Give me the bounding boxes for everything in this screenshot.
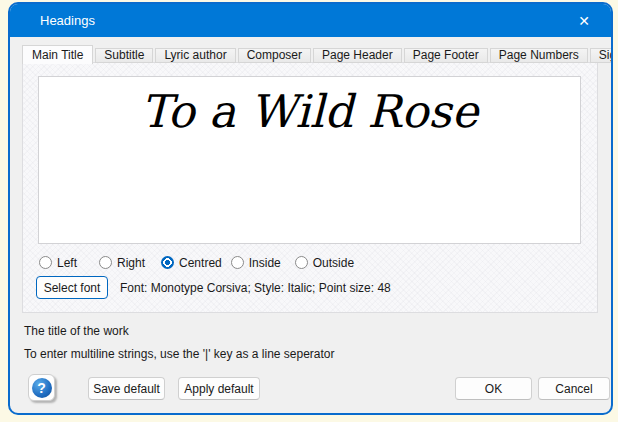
help-icon: ? xyxy=(32,378,52,398)
tab-page-footer[interactable]: Page Footer xyxy=(404,48,488,63)
radio-right[interactable]: Right xyxy=(99,256,145,270)
radio-outside-label: Outside xyxy=(313,256,354,270)
radio-inside-label: Inside xyxy=(249,256,281,270)
radio-right-label: Right xyxy=(117,256,145,270)
tab-signature[interactable]: Signature xyxy=(590,48,613,63)
tab-bar: Main Title Subtitle Lyric author Compose… xyxy=(22,44,613,63)
save-default-button[interactable]: Save default xyxy=(88,377,165,400)
alignment-radio-group: Left Right Centred Inside Outside xyxy=(39,255,354,270)
description-line-1: The title of the work xyxy=(24,324,129,338)
font-info-text: Font: Monotype Corsiva; Style: Italic; P… xyxy=(120,281,391,295)
tab-page-header[interactable]: Page Header xyxy=(313,48,402,63)
title-preview-text: To a Wild Rose xyxy=(141,77,478,142)
apply-default-button[interactable]: Apply default xyxy=(178,377,260,400)
radio-inside[interactable]: Inside xyxy=(231,256,281,270)
radio-centred[interactable]: Centred xyxy=(161,256,222,270)
select-font-button[interactable]: Select font xyxy=(36,276,108,299)
radio-left-dot xyxy=(39,256,52,269)
help-button[interactable]: ? xyxy=(28,374,55,401)
close-icon[interactable]: ✕ xyxy=(571,9,597,33)
main-title-tab-page: To a Wild Rose Left Right Centred Inside xyxy=(22,62,598,313)
radio-left-label: Left xyxy=(57,256,77,270)
description-line-2: To enter multiline strings, use the '|' … xyxy=(24,347,335,361)
window-title: Headings xyxy=(40,13,95,28)
radio-outside-dot xyxy=(295,256,308,269)
radio-right-dot xyxy=(99,256,112,269)
font-row: Select font Font: Monotype Corsiva; Styl… xyxy=(36,276,391,299)
radio-centred-label: Centred xyxy=(179,256,222,270)
tab-subtitle[interactable]: Subtitle xyxy=(95,48,153,63)
radio-left[interactable]: Left xyxy=(39,256,77,270)
tab-lyric-author[interactable]: Lyric author xyxy=(155,48,235,63)
headings-dialog: Headings ✕ Main Title Subtitle Lyric aut… xyxy=(8,2,613,415)
radio-centred-dot xyxy=(161,256,174,269)
tab-page-numbers[interactable]: Page Numbers xyxy=(490,48,588,63)
ok-button[interactable]: OK xyxy=(455,377,532,400)
tab-main-title[interactable]: Main Title xyxy=(22,45,93,64)
title-bar: Headings ✕ xyxy=(10,4,611,37)
title-preview-box: To a Wild Rose xyxy=(38,76,581,244)
radio-inside-dot xyxy=(231,256,244,269)
cancel-button[interactable]: Cancel xyxy=(538,377,610,400)
tab-composer[interactable]: Composer xyxy=(238,48,311,63)
radio-outside[interactable]: Outside xyxy=(295,256,354,270)
